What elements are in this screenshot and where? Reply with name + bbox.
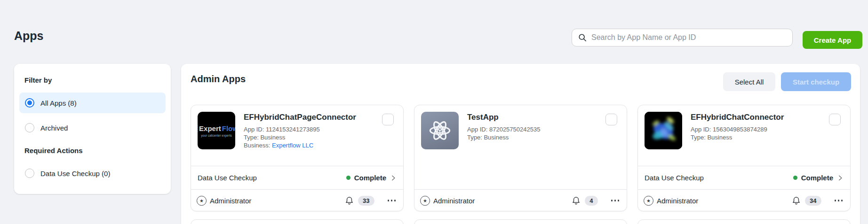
notification-count-badge: 4 bbox=[585, 196, 597, 206]
admin-badge-icon: ★ bbox=[420, 196, 430, 206]
filter-data-use-checkup-label: Data Use Checkup (0) bbox=[40, 170, 110, 178]
page-title: Apps bbox=[14, 29, 44, 43]
required-actions-heading: Required Actions bbox=[24, 147, 83, 154]
data-use-checkup-row[interactable]: Data Use Checkup Complete bbox=[638, 166, 850, 189]
app-type-text: Type: Business bbox=[691, 133, 767, 141]
notifications-button[interactable]: 34 bbox=[791, 196, 821, 206]
app-name-link[interactable]: EFHybridChatPageConnector bbox=[244, 113, 356, 122]
admin-apps-panel: Admin Apps Select All Start checkup Expe… bbox=[181, 64, 860, 224]
app-name-link[interactable]: EFHybridChatConnector bbox=[691, 113, 784, 122]
start-checkup-button[interactable]: Start checkup bbox=[781, 72, 851, 91]
app-meta: App ID: 1124153241273895 Type: Business … bbox=[244, 125, 320, 149]
role-label: Administrator bbox=[433, 197, 475, 205]
app-card-partial[interactable] bbox=[191, 219, 404, 224]
card-footer: ★ Administrator 33 bbox=[191, 189, 403, 211]
notifications-button[interactable]: 33 bbox=[344, 196, 374, 206]
radio-unselected-icon[interactable] bbox=[25, 169, 34, 178]
app-business-text: Business: Expertflow LLC bbox=[244, 141, 320, 149]
app-card-partial[interactable] bbox=[414, 219, 627, 224]
expertflow-dots-decoration bbox=[198, 125, 198, 132]
chevron-right-icon bbox=[837, 175, 844, 181]
admin-badge-icon: ★ bbox=[197, 196, 207, 206]
notification-count-badge: 34 bbox=[805, 196, 821, 206]
app-name-link[interactable]: TestApp bbox=[467, 113, 499, 122]
search-input[interactable] bbox=[591, 33, 786, 42]
expertflow-logo-text: Expert bbox=[199, 124, 221, 132]
filter-all-apps-label: All Apps (8) bbox=[40, 99, 77, 107]
app-icon-expertflow-logo: Expert Flow your callcenter experts bbox=[198, 112, 235, 149]
app-meta: App ID: 872025750242535 Type: Business bbox=[467, 125, 540, 141]
app-icon-color-splash bbox=[645, 112, 682, 149]
business-label: Business: bbox=[244, 142, 272, 149]
filter-by-heading: Filter by bbox=[24, 76, 52, 84]
business-link[interactable]: Expertflow LLC bbox=[272, 142, 313, 149]
status-dot-icon bbox=[793, 176, 797, 180]
app-type-text: Type: Business bbox=[467, 133, 540, 141]
app-card[interactable]: Expert Flow your callcenter experts EFHy… bbox=[191, 105, 404, 211]
notification-count-badge: 33 bbox=[358, 196, 374, 206]
checkup-label: Data Use Checkup bbox=[198, 174, 257, 182]
app-icon-atom bbox=[421, 112, 459, 149]
filter-data-use-checkup[interactable]: Data Use Checkup (0) bbox=[19, 163, 166, 184]
status-dot-icon bbox=[346, 176, 350, 180]
app-id-text: App ID: 1563049853874289 bbox=[691, 125, 767, 133]
app-type-text: Type: Business bbox=[244, 133, 320, 141]
checkup-status: Complete bbox=[354, 174, 386, 182]
app-select-checkbox[interactable] bbox=[829, 114, 841, 125]
app-card[interactable]: TestApp App ID: 872025750242535 Type: Bu… bbox=[414, 105, 627, 211]
app-card-partial[interactable] bbox=[637, 219, 851, 224]
app-card[interactable]: EFHybridChatConnector App ID: 1563049853… bbox=[637, 105, 851, 211]
app-select-checkbox[interactable] bbox=[605, 114, 617, 125]
overflow-menu-button[interactable] bbox=[610, 198, 621, 203]
create-app-button[interactable]: Create App bbox=[803, 31, 862, 49]
bell-icon bbox=[344, 196, 354, 206]
filter-archived[interactable]: Archived bbox=[19, 117, 166, 138]
admin-apps-title: Admin Apps bbox=[191, 74, 246, 85]
filter-all-apps[interactable]: All Apps (8) bbox=[19, 93, 166, 113]
bell-icon bbox=[571, 196, 581, 206]
bell-icon bbox=[791, 196, 801, 206]
search-icon bbox=[578, 33, 587, 42]
app-select-checkbox[interactable] bbox=[382, 114, 394, 125]
app-meta: App ID: 1563049853874289 Type: Business bbox=[691, 125, 767, 141]
app-id-text: App ID: 872025750242535 bbox=[467, 125, 540, 133]
admin-badge-icon: ★ bbox=[644, 196, 653, 206]
filter-sidebar: Filter by All Apps (8) Archived Required… bbox=[14, 64, 171, 194]
expertflow-logo-text-blue: Flow bbox=[222, 124, 235, 132]
role-label: Administrator bbox=[210, 197, 251, 205]
overflow-menu-button[interactable] bbox=[834, 198, 844, 203]
data-use-checkup-row[interactable]: Data Use Checkup Complete bbox=[191, 166, 403, 189]
app-search-box[interactable] bbox=[572, 29, 793, 46]
checkup-status: Complete bbox=[801, 174, 833, 182]
card-footer: ★ Administrator 34 bbox=[638, 189, 850, 211]
radio-selected-icon[interactable] bbox=[25, 98, 34, 108]
radio-unselected-icon[interactable] bbox=[25, 123, 34, 132]
expertflow-tagline: your callcenter experts bbox=[201, 134, 231, 137]
app-id-text: App ID: 1124153241273895 bbox=[244, 125, 320, 133]
filter-archived-label: Archived bbox=[40, 124, 68, 132]
overflow-menu-button[interactable] bbox=[387, 198, 397, 203]
select-all-button[interactable]: Select All bbox=[723, 72, 775, 91]
chevron-right-icon bbox=[390, 175, 397, 181]
notifications-button[interactable]: 4 bbox=[571, 196, 597, 206]
card-footer: ★ Administrator 4 bbox=[414, 189, 627, 211]
role-label: Administrator bbox=[657, 197, 698, 205]
checkup-label: Data Use Checkup bbox=[645, 174, 704, 182]
